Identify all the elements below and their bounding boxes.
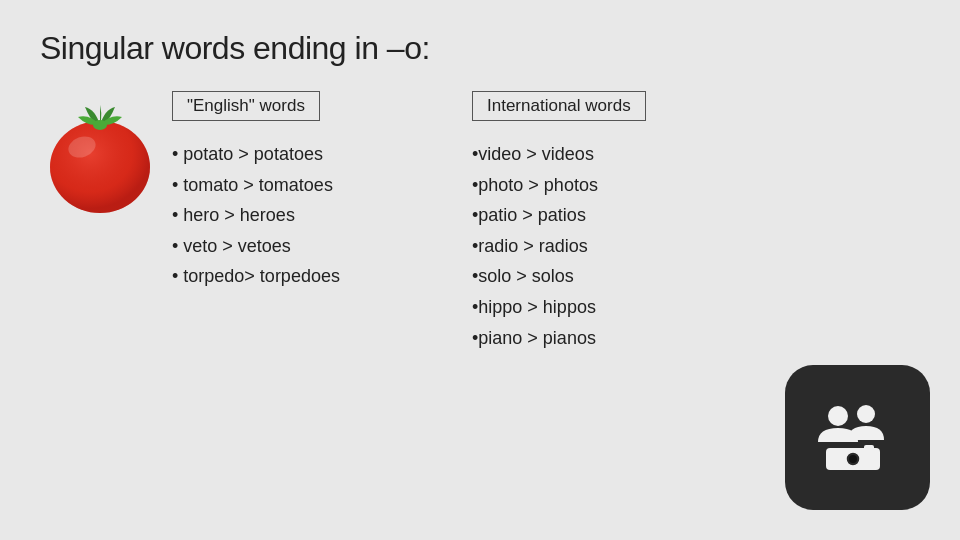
list-item: •hippo > hippos xyxy=(472,292,752,323)
tomato-image xyxy=(40,99,160,223)
list-item: •patio > patios xyxy=(472,200,752,231)
svg-point-3 xyxy=(93,120,107,130)
svg-point-4 xyxy=(828,406,848,426)
slide-title: Singular words ending in –o: xyxy=(40,30,920,67)
list-item: •photo > photos xyxy=(472,170,752,201)
svg-point-1 xyxy=(50,121,150,213)
english-column: "English" words • potato > potatoes• tom… xyxy=(172,91,442,292)
svg-point-5 xyxy=(857,405,875,423)
slide: Singular words ending in –o: xyxy=(0,0,960,540)
international-word-list: •video > videos•photo > photos•patio > p… xyxy=(472,139,752,353)
english-header: "English" words xyxy=(172,91,320,121)
list-item: •radio > radios xyxy=(472,231,752,262)
international-header: International words xyxy=(472,91,646,121)
list-item: •piano > pianos xyxy=(472,323,752,354)
international-column: International words •video > videos•phot… xyxy=(472,91,752,353)
list-item: • tomato > tomatoes xyxy=(172,170,442,201)
list-item: •video > videos xyxy=(472,139,752,170)
content-area: "English" words • potato > potatoes• tom… xyxy=(40,91,920,353)
list-item: •solo > solos xyxy=(472,261,752,292)
camera-icon-bg xyxy=(785,365,930,510)
camera-icon-area xyxy=(785,365,930,510)
list-item: • veto > vetoes xyxy=(172,231,442,262)
list-item: • hero > heroes xyxy=(172,200,442,231)
list-item: • potato > potatoes xyxy=(172,139,442,170)
svg-point-8 xyxy=(849,455,857,463)
english-word-list: • potato > potatoes• tomato > tomatoes• … xyxy=(172,139,442,292)
svg-rect-9 xyxy=(864,445,874,451)
list-item: • torpedo> torpedoes xyxy=(172,261,442,292)
